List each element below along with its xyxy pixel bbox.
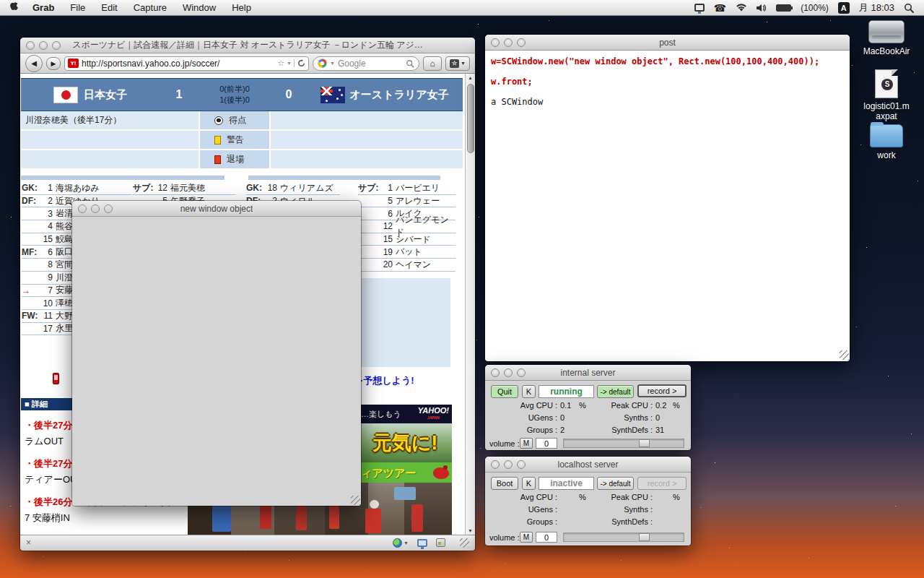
japan-flag-icon: [53, 87, 78, 103]
statusbar-close-icon[interactable]: ×: [26, 538, 31, 548]
back-button[interactable]: ◀: [25, 55, 43, 72]
url-text[interactable]: http://sportsnavi.yahoo.co.jp/soccer/: [82, 59, 274, 69]
desktop-icon-work[interactable]: work: [854, 124, 919, 160]
volume-value-field[interactable]: 0: [536, 532, 557, 543]
localhost-server-titlebar[interactable]: localhost server: [485, 457, 691, 473]
record-button[interactable]: record >: [637, 384, 687, 397]
home-button[interactable]: ⌂: [423, 56, 442, 71]
url-dropdown-icon[interactable]: ▼: [287, 61, 292, 66]
url-field[interactable]: Y! http://sportsnavi.yahoo.co.jp/soccer/…: [64, 56, 309, 71]
volume-slider-thumb[interactable]: [639, 439, 650, 447]
battery-icon[interactable]: [776, 4, 791, 12]
reload-button[interactable]: [294, 59, 305, 67]
menu-item-edit[interactable]: Edit: [93, 0, 125, 16]
volume-label: volume :: [489, 439, 520, 448]
menu-item-help[interactable]: Help: [224, 0, 259, 16]
mute-button[interactable]: M: [520, 532, 533, 543]
zoom-button[interactable]: [104, 204, 113, 213]
zoom-button[interactable]: [517, 460, 526, 469]
internal-server-body: Quit K running -> default record > Avg C…: [485, 381, 691, 450]
volume-value-field[interactable]: 0: [536, 438, 557, 449]
zoom-button[interactable]: [517, 38, 526, 47]
resize-grip[interactable]: [460, 538, 469, 548]
kill-button[interactable]: K: [522, 477, 536, 490]
forward-button[interactable]: ▶: [46, 57, 61, 70]
menu-item-grab[interactable]: Grab: [25, 0, 62, 16]
mute-button[interactable]: M: [520, 438, 533, 449]
display-status-icon[interactable]: [417, 539, 427, 547]
sc-new-window: new window object: [72, 201, 361, 506]
ad-banner[interactable]: …楽しもう YAHOO!JAPAN 元気に! ィアツアー: [358, 405, 452, 484]
yahoo-logo: YAHOO!JAPAN: [418, 407, 449, 421]
sc-window-titlebar[interactable]: new window object: [72, 201, 361, 217]
record-button[interactable]: record >: [637, 477, 687, 490]
minimize-button[interactable]: [504, 460, 513, 469]
close-button[interactable]: [78, 204, 87, 213]
make-default-button[interactable]: -> default: [597, 385, 634, 398]
vertical-scrollbar[interactable]: ▲ ▼: [465, 74, 475, 535]
red-card-icon: [214, 155, 221, 164]
minimize-button[interactable]: [91, 204, 100, 213]
bookmarks-icon: ☆: [450, 59, 459, 68]
close-button[interactable]: [491, 460, 500, 469]
desktop-icon-logistic[interactable]: S logistic01.m axpat: [854, 69, 919, 121]
close-button[interactable]: [491, 368, 500, 377]
volume-slider-thumb[interactable]: [639, 533, 650, 541]
search-field[interactable]: ▼ Google: [313, 56, 419, 71]
post-output-area[interactable]: w=SCWindow.new("new window object", Rect…: [485, 51, 850, 361]
scoreboard-header: 日本女子 1 0(前半)0 1(後半)0 0 オーストラリア女子: [21, 78, 463, 111]
wifi-icon[interactable]: [736, 4, 747, 12]
zoom-button[interactable]: [52, 41, 61, 50]
boot-button[interactable]: Boot: [491, 477, 518, 490]
menu-clock[interactable]: 月 18:03: [859, 1, 894, 14]
close-button[interactable]: [26, 41, 35, 50]
search-engine-dropdown[interactable]: ▼: [330, 61, 335, 66]
display-menu-icon[interactable]: [694, 4, 705, 12]
phone-menu-icon[interactable]: ☎: [714, 2, 726, 14]
resize-grip[interactable]: [840, 350, 849, 360]
zoom-button[interactable]: [517, 368, 526, 377]
quit-button[interactable]: Quit: [491, 385, 518, 398]
localhost-server-window: localhost server Boot K inactive -> defa…: [485, 457, 691, 545]
search-placeholder[interactable]: Google: [338, 59, 403, 69]
apple-menu-icon[interactable]: [10, 2, 20, 14]
spotlight-icon[interactable]: [904, 3, 914, 13]
sc-window-title: new window object: [180, 204, 253, 214]
menu-item-file[interactable]: File: [62, 0, 93, 16]
minimize-button[interactable]: [504, 38, 513, 47]
globe-status-icon[interactable]: ▼: [393, 538, 409, 548]
make-default-button[interactable]: -> default: [597, 477, 634, 490]
volume-icon[interactable]: [757, 4, 767, 12]
document-icon: S: [875, 69, 898, 98]
resize-grip[interactable]: [351, 496, 360, 505]
bookmarks-button[interactable]: ☆ ▼: [445, 56, 470, 71]
kill-button[interactable]: K: [522, 385, 536, 398]
volume-slider[interactable]: [563, 532, 684, 542]
percent-sign: %: [673, 401, 680, 410]
scrollbar-thumb[interactable]: [467, 84, 474, 153]
search-icon[interactable]: [406, 59, 414, 68]
minimize-button[interactable]: [39, 41, 48, 50]
post-titlebar[interactable]: post: [485, 35, 850, 51]
scroll-down-arrow[interactable]: ▼: [466, 528, 475, 533]
score-row-goals: 川澄奈穂美（後半17分） 得点: [21, 111, 463, 131]
browser-titlebar[interactable]: スポーツナビ｜試合速報／詳細｜日本女子 対 オーストラリア女子 －ロンドン五輪 …: [20, 38, 475, 53]
menu-item-window[interactable]: Window: [175, 0, 224, 16]
synths-label: Synths :: [586, 505, 653, 514]
internal-server-titlebar[interactable]: internal server: [485, 365, 691, 381]
icon-label-line1: logistic01.m: [854, 101, 919, 111]
ad-headline: 元気に!: [372, 430, 438, 456]
minimize-button[interactable]: [504, 368, 513, 377]
promo-link[interactable]: を予想しよう!: [354, 374, 414, 387]
battery-percent[interactable]: (100%): [801, 3, 829, 13]
input-source-badge[interactable]: A: [838, 2, 850, 14]
volume-slider[interactable]: [563, 439, 684, 448]
avg-cpu-label: Avg CPU :: [485, 493, 557, 501]
desktop-icon-macbookair[interactable]: MacBookAir: [854, 20, 919, 56]
menu-item-capture[interactable]: Capture: [126, 0, 175, 16]
menu-bar: Grab File Edit Capture Window Help ☎ (10…: [0, 0, 924, 16]
bookmark-star-icon[interactable]: ☆: [277, 59, 284, 68]
device-status-icon[interactable]: [436, 538, 445, 547]
scroll-up-arrow[interactable]: ▲: [466, 75, 475, 80]
close-button[interactable]: [491, 38, 500, 47]
